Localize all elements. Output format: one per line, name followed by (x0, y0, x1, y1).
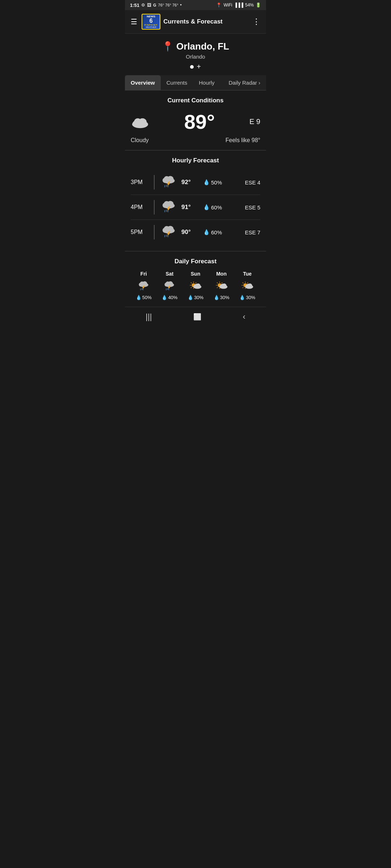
dot-status: • (180, 3, 182, 8)
battery-icon: 🔋 (256, 3, 261, 8)
daily-precip-mon: 💧30% (214, 295, 230, 300)
temp-status: 76° 76° 76° (158, 3, 178, 7)
hourly-temp-3pm: 92° (181, 179, 199, 186)
daily-icon-mon (215, 280, 228, 292)
location-pin-icon: 📍 (162, 41, 173, 52)
svg-point-82 (246, 284, 250, 288)
location-sub: Orlando (131, 54, 260, 60)
menu-button[interactable]: ☰ (131, 17, 137, 26)
hourly-precip-4pm: 💧60% (203, 204, 228, 210)
hourly-divider-5pm (154, 225, 155, 239)
svg-point-39 (166, 281, 171, 286)
hourly-wind-5pm: ESE 7 (245, 229, 260, 235)
daily-forecast-title: Daily Forecast (131, 258, 260, 265)
current-wind: E 9 (249, 118, 260, 126)
daily-day-sat: Sat (165, 271, 173, 277)
svg-line-51 (191, 287, 192, 288)
hourly-precip-3pm: 💧50% (203, 179, 228, 186)
status-right: 📍 WiFi ▐▐▐ 54% 🔋 (216, 3, 261, 8)
battery-status: 54% (245, 3, 254, 8)
hourly-time-5pm: 5PM (131, 229, 149, 235)
hourly-wind-3pm: ESE 4 (245, 179, 260, 186)
svg-point-3 (134, 118, 142, 125)
logo-area: NEWS 6 PINPOINT WEATHER Currents & Forec… (142, 14, 248, 30)
svg-line-49 (191, 282, 192, 283)
current-conditions-title: Current Conditions (131, 97, 260, 104)
hourly-temp-4pm: 91° (181, 204, 199, 211)
daily-icon-fri (137, 280, 150, 292)
svg-point-56 (194, 284, 198, 288)
hourly-forecast-section: Hourly Forecast 3PM 92° 💧50% ESE 4 4PM (125, 150, 266, 251)
add-location-button[interactable]: + (197, 63, 201, 71)
status-left: 1:51 ⚙ 🖼 G 76° 76° 76° • (130, 3, 182, 8)
daily-day-mon: Mon (216, 271, 227, 277)
current-condition-label: Cloudy (131, 137, 149, 144)
hourly-row-5pm: 5PM 90° 💧60% ESE 7 (131, 220, 260, 244)
hourly-time-4pm: 4PM (131, 204, 149, 210)
drop-icon-5pm: 💧 (203, 229, 210, 235)
daily-forecast-section: Daily Forecast Fri 💧50% Sat (125, 251, 266, 307)
svg-line-77 (243, 287, 243, 288)
hourly-row-3pm: 3PM 92° 💧50% ESE 4 (131, 170, 260, 195)
daily-col-fri: Fri 💧50% (131, 271, 157, 300)
tabs-bar: Overview Currents Hourly Daily Radar › (125, 75, 266, 90)
page-title: Currents & Forecast (163, 18, 222, 25)
current-conditions-section: Current Conditions 89° E 9 Cloudy Feels … (125, 90, 266, 150)
tab-currents[interactable]: Currents (161, 75, 193, 90)
tab-hourly[interactable]: Hourly (193, 75, 220, 90)
daily-day-tue: Tue (243, 271, 252, 277)
more-options-button[interactable]: ⋮ (252, 17, 260, 26)
hourly-icon-5pm (160, 224, 178, 240)
svg-point-15 (164, 201, 170, 207)
hourly-icon-3pm (160, 174, 178, 190)
svg-line-75 (243, 282, 243, 283)
hourly-divider (154, 175, 155, 190)
tab-overview[interactable]: Overview (125, 75, 161, 90)
wifi-icon: WiFi (223, 3, 232, 8)
svg-line-63 (222, 282, 222, 283)
hourly-icon-4pm (160, 199, 178, 215)
daily-col-sun: Sun 💧30% (182, 271, 209, 300)
svg-line-50 (196, 282, 196, 283)
daily-icon-sat (163, 280, 176, 292)
hourly-divider-4pm (154, 200, 155, 214)
svg-point-31 (140, 281, 144, 286)
drop-icon-4pm: 💧 (203, 204, 210, 210)
hourly-row-4pm: 4PM 91° 💧60% ESE 5 (131, 195, 260, 220)
daily-col-tue: Tue 💧30% (234, 271, 260, 300)
settings-icon: ⚙ (141, 3, 145, 8)
tab-daily-radar[interactable]: Daily Radar › (223, 75, 266, 90)
daily-icon-sun (189, 280, 202, 292)
drop-icon-3pm: 💧 (203, 179, 210, 186)
svg-point-23 (164, 226, 170, 232)
location-icon: 📍 (216, 3, 222, 8)
daily-day-sun: Sun (191, 271, 200, 277)
top-nav: ☰ NEWS 6 PINPOINT WEATHER Currents & For… (125, 10, 266, 34)
bottom-nav-bar: ||| ⬜ ‹ (125, 307, 266, 327)
daily-precip-fri: 💧50% (136, 295, 152, 300)
current-main-row: 89° E 9 (131, 110, 260, 133)
hourly-forecast-title: Hourly Forecast (131, 157, 260, 164)
hourly-wind-4pm: ESE 5 (245, 204, 260, 210)
hourly-temp-5pm: 90° (181, 229, 199, 236)
current-weather-icon (131, 115, 150, 129)
status-time: 1:51 (130, 3, 139, 8)
logo-weather-text: WEATHER (146, 26, 156, 28)
svg-point-7 (164, 176, 170, 182)
location-area: 📍 Orlando, FL Orlando + (125, 34, 266, 75)
gallery-icon: 🖼 (147, 3, 151, 8)
current-details-row: Cloudy Feels like 98° (131, 137, 260, 144)
svg-point-69 (220, 284, 224, 288)
signal-icon: ▐▐▐ (234, 3, 243, 8)
home-button[interactable]: ⬜ (193, 313, 201, 321)
svg-line-64 (217, 287, 218, 288)
back-button[interactable]: ‹ (243, 312, 245, 322)
daily-precip-sun: 💧30% (188, 295, 203, 300)
daily-col-sat: Sat 💧40% (157, 271, 183, 300)
feels-like-label: Feels like 98° (226, 137, 260, 144)
svg-line-62 (217, 282, 218, 283)
recent-apps-button[interactable]: ||| (146, 312, 152, 322)
hourly-precip-5pm: 💧60% (203, 229, 228, 235)
daily-col-mon: Mon 💧30% (209, 271, 235, 300)
location-dots: + (131, 63, 260, 71)
